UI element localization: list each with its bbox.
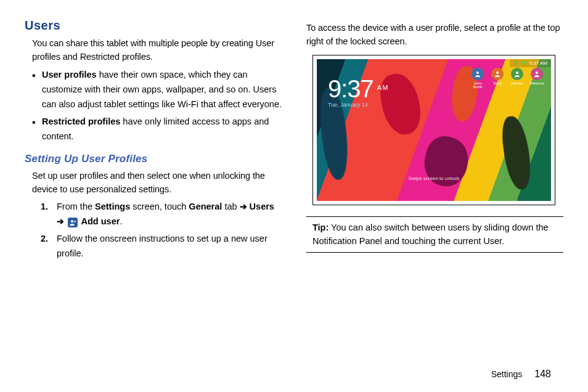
intro-text: You can share this tablet with multiple … (32, 36, 282, 64)
profile-row: John Smith Scott Haruko Rebecca (470, 68, 545, 89)
access-intro: To access the device with a user profile… (306, 21, 563, 49)
avatar-icon (531, 68, 543, 80)
svg-point-3 (476, 71, 479, 74)
lockscreen: 9:37 AM 9:37AM Tue, January 14 John Smit… (317, 59, 551, 201)
tip-text: You can also switch between users by sli… (312, 223, 549, 246)
profile-scott[interactable]: Scott (489, 68, 505, 89)
clock-ampm: AM (377, 84, 389, 91)
right-column: To access the device with a user profile… (306, 18, 563, 264)
add-user-icon (68, 218, 78, 227)
profile-john[interactable]: John Smith (470, 68, 486, 89)
clock-block: 9:37AM Tue, January 14 (328, 75, 388, 108)
sub-intro-text: Set up user profiles and then select one… (32, 169, 282, 197)
left-column: Users You can share this tablet with mul… (25, 18, 282, 264)
label-user-profiles: User profiles (42, 70, 97, 80)
label-restricted-profiles: Restricted profiles (42, 116, 120, 126)
profile-haruko[interactable]: Haruko (509, 68, 525, 89)
svg-point-0 (71, 220, 73, 223)
profile-bullets: User profiles have their own space, whic… (32, 68, 282, 144)
svg-point-5 (516, 71, 518, 74)
bluetooth-icon (513, 60, 518, 65)
bullet-restricted-profiles: Restricted profiles have only limited ac… (32, 115, 282, 144)
tip-divider-top (306, 216, 563, 217)
status-time: 9:37 AM (529, 60, 547, 66)
subheading-setup: Setting Up User Profiles (25, 153, 282, 165)
lockscreen-figure: 9:37 AM 9:37AM Tue, January 14 John Smit… (312, 55, 555, 205)
svg-point-4 (496, 71, 499, 74)
tip-label: Tip: (312, 223, 329, 232)
svg-point-6 (536, 71, 538, 74)
tip-divider-bottom (306, 252, 563, 253)
swipe-hint: Swipe screen to unlock (317, 176, 551, 181)
footer-page: 148 (534, 369, 551, 380)
clock-date: Tue, January 14 (328, 102, 388, 108)
heading-users: Users (25, 18, 282, 33)
status-bar: 9:37 AM (510, 59, 551, 67)
avatar-icon (491, 68, 504, 80)
svg-rect-1 (521, 62, 526, 65)
tip-block: Tip: You can also switch between users b… (312, 221, 563, 248)
avatar-icon (511, 68, 523, 80)
avatar-icon (472, 68, 484, 80)
profile-rebecca[interactable]: Rebecca (529, 68, 545, 89)
arrow-icon: ➔ (240, 202, 247, 211)
setup-steps: From the Settings screen, touch General … (41, 200, 282, 261)
bullet-user-profiles: User profiles have their own space, whic… (32, 68, 282, 112)
svg-rect-2 (525, 63, 526, 64)
step-1: From the Settings screen, touch General … (41, 200, 282, 229)
page-footer: Settings 148 (491, 369, 551, 380)
clock-time: 9:37 (328, 75, 374, 102)
footer-section: Settings (491, 369, 523, 379)
arrow-icon: ➔ (57, 216, 64, 226)
step-2: Follow the onscreen instructions to set … (41, 232, 282, 261)
battery-icon (521, 60, 527, 65)
